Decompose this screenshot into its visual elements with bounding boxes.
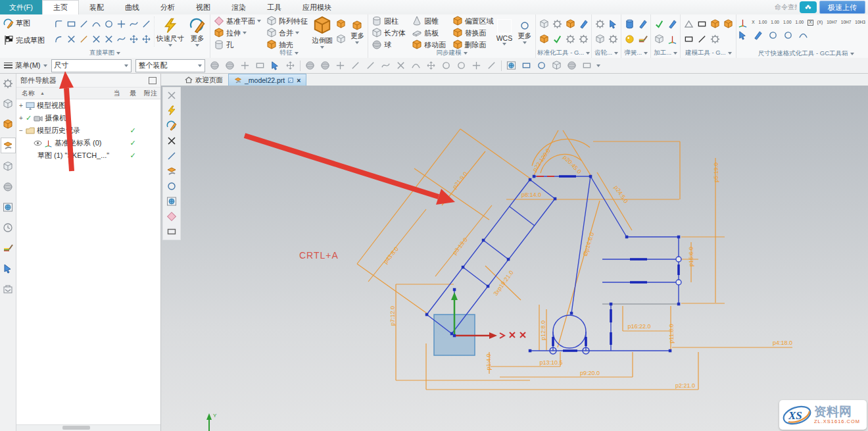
dim-label[interactable]: p1:4.0 <box>485 353 492 370</box>
menu-tab-render[interactable]: 渲染 <box>221 0 256 14</box>
dim-label[interactable]: p4:18.0 <box>773 340 792 346</box>
dim-label[interactable]: p15:6.0 <box>688 247 694 266</box>
circle-mini-icon[interactable] <box>165 180 178 192</box>
selection-scope-filter[interactable]: 整个装配 <box>135 59 205 72</box>
dim-label[interactable]: p7:12.0 <box>389 306 396 326</box>
menu-tab-curve[interactable]: 曲线 <box>114 0 150 14</box>
tab-model22-part[interactable]: _model22.prt × <box>228 74 306 86</box>
constraint-navigator-icon[interactable] <box>1 117 15 132</box>
dim-label[interactable]: p16:22.0 <box>627 323 650 330</box>
view-shaded-icon[interactable] <box>551 60 562 71</box>
std-tool-8-icon[interactable] <box>579 34 589 44</box>
dim-fit-10h7-button[interactable]: 10H7 <box>827 20 837 25</box>
dim-paren-x-button[interactable]: (X) <box>817 20 823 25</box>
pin-tab-icon[interactable] <box>287 77 294 84</box>
close-tab-icon[interactable]: × <box>297 76 301 84</box>
tree-row-datum-csys[interactable]: 基准坐标系 (0) ✓ <box>16 137 160 149</box>
system-materials-icon[interactable] <box>1 241 15 255</box>
dim-label[interactable]: 3xp19:21.0 <box>492 269 514 297</box>
rib-button[interactable]: 筋板 <box>410 27 448 39</box>
undock-panel-button[interactable] <box>149 77 157 84</box>
eye-visible-icon[interactable] <box>34 140 42 146</box>
orient-view-mini-icon[interactable] <box>165 226 178 238</box>
snap-point-on-circle-icon[interactable] <box>441 60 452 71</box>
highlight-icon[interactable] <box>270 60 281 71</box>
std-tool-1-icon[interactable] <box>539 19 549 29</box>
selection-rect-icon[interactable] <box>254 60 266 71</box>
offset-curve-tool-icon[interactable] <box>116 34 126 44</box>
dim-tol-2-button[interactable]: 1.00 <box>771 20 779 25</box>
spline-tool-icon[interactable] <box>129 19 139 29</box>
expander-icon[interactable]: + <box>16 102 26 109</box>
expander-icon[interactable]: − <box>16 127 26 134</box>
std-tool-7-icon[interactable] <box>566 34 575 44</box>
trim-tool-icon[interactable] <box>66 34 76 44</box>
mod-tool-7-icon[interactable] <box>710 34 720 44</box>
dim-label[interactable]: p9:20.0 <box>580 370 600 376</box>
trim-body-icon[interactable] <box>336 34 346 44</box>
rapid-dimension-mini-icon[interactable] <box>165 105 178 116</box>
snap-arc-center-icon[interactable] <box>410 60 422 71</box>
cylinder-button[interactable]: 圆柱 <box>370 15 408 27</box>
point-tool-icon[interactable] <box>116 19 126 29</box>
sketch-drawing[interactable]: p21:9.0 p3:13.0 p43:8.0 p22:120.0 p20:45… <box>161 86 868 431</box>
dim-label[interactable]: p5:19.0 <box>713 163 719 182</box>
snap-curve-icon[interactable] <box>380 60 391 71</box>
finish-sketch-mini-icon[interactable] <box>165 120 178 132</box>
dim-edit-1-icon[interactable] <box>738 30 748 40</box>
tree-row-sketch[interactable]: 草图 (1) "SKETCH_..." ✓ <box>16 149 160 162</box>
selection-type-filter[interactable]: 尺寸 <box>51 59 132 72</box>
menu-tab-analysis[interactable]: 分析 <box>150 0 185 14</box>
line-tool-icon[interactable] <box>79 19 89 29</box>
menu-tab-view[interactable]: 视图 <box>185 0 221 14</box>
dim-label[interactable]: Øp14:6.0 <box>582 232 595 257</box>
snap-slash-icon[interactable] <box>486 60 497 71</box>
make-corner-tool-icon[interactable] <box>104 34 114 44</box>
extend-tool-icon[interactable] <box>79 34 89 44</box>
sketch-button[interactable]: 草图 <box>1 18 51 30</box>
snap-filter-icon[interactable] <box>239 60 251 71</box>
toolbar-overflow-caret[interactable] <box>596 64 600 67</box>
sync-more-button[interactable]: 更多 <box>515 15 534 49</box>
dim-fit-10h7b-button[interactable]: 10H7 <box>841 20 852 25</box>
expander-icon[interactable]: + <box>16 114 26 122</box>
tab-welcome-page[interactable]: 欢迎页面 <box>180 74 228 86</box>
snap-vertical-icon[interactable] <box>425 60 437 71</box>
unite-button[interactable]: 合并 <box>264 27 310 39</box>
offset-region-button[interactable]: 偏置区域 <box>450 15 494 27</box>
gear-tool-2-icon[interactable] <box>608 19 618 29</box>
dim-label[interactable]: p2:21.0 <box>675 382 695 389</box>
dim-label[interactable]: p21:9.0 <box>451 170 469 190</box>
history-icon[interactable] <box>1 220 15 235</box>
dim-diameter-slash-icon[interactable] <box>768 30 778 40</box>
menu-tab-application[interactable]: 应用模块 <box>292 0 342 14</box>
navigator-header[interactable]: 名称▲ 当 最 附注 <box>16 88 160 99</box>
snap-point-icon[interactable] <box>471 60 482 71</box>
spring-tool-3-icon[interactable] <box>625 34 635 44</box>
snap-midpoint-icon[interactable] <box>320 60 331 71</box>
dim-tol-4-button[interactable]: 1.00 <box>796 20 804 25</box>
cone-button[interactable]: 圆锥 <box>410 15 448 27</box>
view-fit-icon[interactable] <box>521 60 532 71</box>
rapid-dimension-button[interactable]: 快速尺寸 <box>156 15 185 49</box>
circle-tool-icon[interactable] <box>104 19 114 29</box>
hd3d-tools-icon[interactable] <box>1 180 15 194</box>
dim-label[interactable]: p3:13.0 <box>451 236 469 256</box>
dim-edit-2-icon[interactable] <box>753 30 763 40</box>
arc-tool-icon[interactable] <box>91 19 101 29</box>
sort-asc-icon[interactable]: ▲ <box>40 91 45 95</box>
top-selection-icon[interactable] <box>285 60 296 71</box>
toolbox-icon[interactable] <box>1 282 15 296</box>
navigator-hscrollbar[interactable] <box>16 424 160 431</box>
dim-x-button[interactable]: X <box>752 20 754 25</box>
pattern-curve-tool-icon[interactable] <box>141 34 151 44</box>
mod-tool-5-icon[interactable] <box>684 34 694 44</box>
feature-more-button[interactable]: 更多 <box>349 15 366 49</box>
process-studio-icon[interactable] <box>1 261 15 276</box>
dim-label[interactable]: p11:8.0 <box>668 324 675 343</box>
std-tool-2-icon[interactable] <box>552 19 562 29</box>
snap-crosshair-icon[interactable] <box>335 60 346 71</box>
mod-tool-4-icon[interactable] <box>723 19 733 29</box>
direct-sketch-more-button[interactable]: 更多 <box>186 15 208 49</box>
pattern-feature-button[interactable]: 阵列特征 <box>264 15 310 27</box>
